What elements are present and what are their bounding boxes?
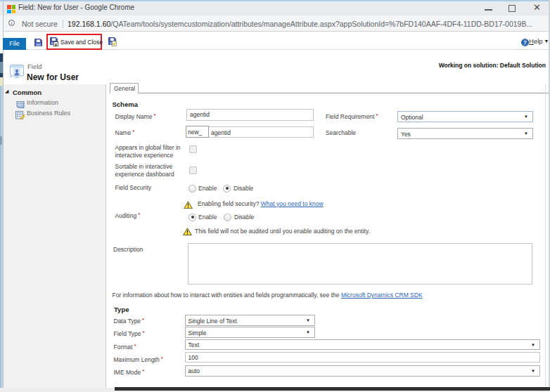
svg-text:?: ? — [523, 39, 527, 46]
